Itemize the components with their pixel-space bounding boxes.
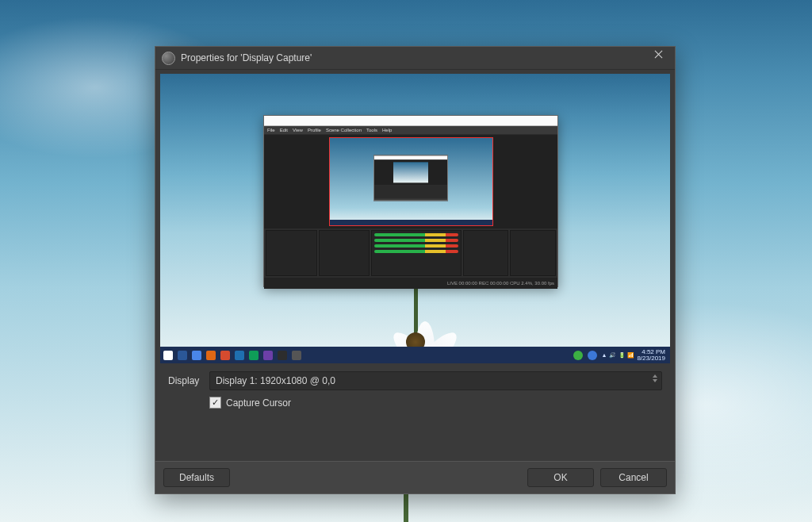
captured-taskbar: ▲ 🔊 🔋 📶 4:52 PM 8/23/2019 [160,347,670,363]
cancel-button[interactable]: Cancel [600,468,667,487]
close-button[interactable] [640,47,675,69]
close-icon [653,54,661,62]
display-select-value: Display 1: 1920x1080 @ 0,0 [216,375,335,386]
start-icon [163,351,173,360]
panel-mixer [371,230,461,276]
display-label: Display [168,375,209,386]
dialog-content: File Edit View Profile Scene Collection … [155,70,675,461]
obs-menu-bar: File Edit View Profile Scene Collection … [264,126,557,135]
taskbar-clock: 4:52 PM 8/23/2019 [637,349,665,362]
display-select[interactable]: Display 1: 1920x1080 @ 0,0 [209,371,662,390]
properties-dialog: Properties for 'Display Capture' [155,46,676,494]
panel-scenes [266,230,317,276]
search-icon [178,351,187,360]
dialog-button-bar: Defaults OK Cancel [155,461,675,493]
captured-obs-window: File Edit View Profile Scene Collection … [263,115,558,287]
app-icon [278,351,287,360]
app-icon [206,351,216,360]
app-icon [220,351,230,360]
properties-form: Display Display 1: 1920x1080 @ 0,0 ✓ Cap… [160,363,670,418]
defaults-button[interactable]: Defaults [163,468,230,487]
taskview-icon [192,351,201,360]
dialog-title: Properties for 'Display Capture' [181,52,640,63]
app-icon [249,351,259,360]
app-icon [292,351,301,360]
app-icon [263,351,273,360]
app-icon [235,351,244,360]
desktop-wallpaper: Properties for 'Display Capture' [0,0,812,522]
dialog-titlebar[interactable]: Properties for 'Display Capture' [155,47,675,70]
capture-cursor-checkbox[interactable]: ✓ [209,397,221,409]
panel-controls [510,230,556,276]
panel-transitions [463,230,509,276]
tray-icon [588,351,597,360]
spinner-icon [653,374,657,382]
capture-cursor-label: Capture Cursor [226,397,291,409]
obs-status-bar: LIVE 00:00:00 REC 00:00:00 CPU 2.4%, 30.… [264,278,557,289]
obs-logo-icon [162,52,175,65]
source-preview: File Edit View Profile Scene Collection … [160,74,670,363]
tray-icon [573,351,583,360]
panel-sources [319,230,370,276]
ok-button[interactable]: OK [527,468,594,487]
